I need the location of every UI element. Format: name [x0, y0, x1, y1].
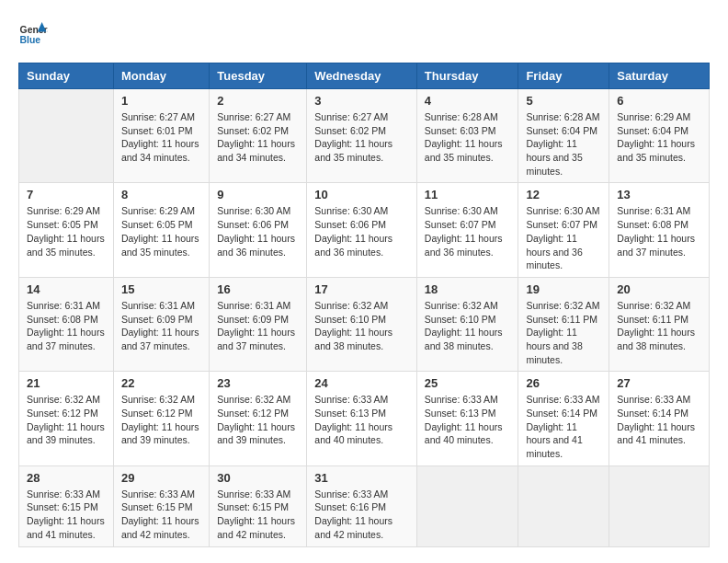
calendar-cell: 26 Sunrise: 6:33 AM Sunset: 6:14 PM Dayl…: [518, 372, 609, 465]
calendar-cell: [19, 89, 114, 183]
calendar-cell: 3 Sunrise: 6:27 AM Sunset: 6:02 PM Dayli…: [307, 89, 417, 183]
calendar-cell: 14 Sunrise: 6:31 AM Sunset: 6:08 PM Dayl…: [19, 277, 114, 371]
day-number: 19: [526, 282, 601, 296]
day-number: 20: [617, 282, 701, 296]
calendar-cell: 23 Sunrise: 6:32 AM Sunset: 6:12 PM Dayl…: [210, 372, 307, 465]
day-header-sunday: Sunday: [19, 63, 114, 89]
day-info: Sunrise: 6:32 AM Sunset: 6:12 PM Dayligh…: [121, 393, 201, 447]
svg-text:Blue: Blue: [20, 35, 41, 45]
day-info: Sunrise: 6:27 AM Sunset: 6:02 PM Dayligh…: [314, 110, 409, 165]
calendar-cell: 25 Sunrise: 6:33 AM Sunset: 6:13 PM Dayl…: [416, 372, 518, 465]
calendar-cell: 17 Sunrise: 6:32 AM Sunset: 6:10 PM Dayl…: [307, 277, 417, 371]
day-info: Sunrise: 6:33 AM Sunset: 6:14 PM Dayligh…: [617, 393, 701, 447]
day-number: 13: [617, 188, 701, 201]
week-row-1: 1 Sunrise: 6:27 AM Sunset: 6:01 PM Dayli…: [19, 89, 710, 183]
calendar-cell: 24 Sunrise: 6:33 AM Sunset: 6:13 PM Dayl…: [307, 372, 417, 465]
calendar-cell: 22 Sunrise: 6:32 AM Sunset: 6:12 PM Dayl…: [113, 372, 209, 465]
calendar-cell: 13 Sunrise: 6:31 AM Sunset: 6:08 PM Dayl…: [609, 183, 710, 277]
calendar-cell: 11 Sunrise: 6:30 AM Sunset: 6:07 PM Dayl…: [416, 183, 518, 277]
calendar-cell: 7 Sunrise: 6:29 AM Sunset: 6:05 PM Dayli…: [19, 183, 114, 277]
day-info: Sunrise: 6:33 AM Sunset: 6:14 PM Dayligh…: [526, 393, 601, 460]
day-info: Sunrise: 6:28 AM Sunset: 6:03 PM Dayligh…: [425, 110, 511, 165]
calendar-cell: [609, 465, 710, 546]
day-number: 21: [27, 376, 106, 390]
calendar-cell: 27 Sunrise: 6:33 AM Sunset: 6:14 PM Dayl…: [609, 372, 710, 465]
week-row-4: 21 Sunrise: 6:32 AM Sunset: 6:12 PM Dayl…: [19, 372, 710, 465]
calendar-cell: 10 Sunrise: 6:30 AM Sunset: 6:06 PM Dayl…: [307, 183, 417, 277]
day-number: 25: [425, 376, 511, 390]
calendar-cell: 30 Sunrise: 6:33 AM Sunset: 6:15 PM Dayl…: [210, 465, 307, 546]
day-info: Sunrise: 6:29 AM Sunset: 6:04 PM Dayligh…: [617, 110, 701, 165]
day-info: Sunrise: 6:31 AM Sunset: 6:08 PM Dayligh…: [27, 299, 106, 353]
logo-icon: General Blue: [18, 18, 48, 48]
day-info: Sunrise: 6:27 AM Sunset: 6:01 PM Dayligh…: [121, 110, 201, 165]
calendar-cell: 5 Sunrise: 6:28 AM Sunset: 6:04 PM Dayli…: [518, 89, 609, 183]
day-number: 27: [617, 376, 701, 390]
calendar-cell: 12 Sunrise: 6:30 AM Sunset: 6:07 PM Dayl…: [518, 183, 609, 277]
calendar-cell: [416, 465, 518, 546]
day-number: 18: [425, 282, 511, 296]
calendar-cell: 2 Sunrise: 6:27 AM Sunset: 6:02 PM Dayli…: [210, 89, 307, 183]
calendar-cell: 18 Sunrise: 6:32 AM Sunset: 6:10 PM Dayl…: [416, 277, 518, 371]
calendar-cell: 6 Sunrise: 6:29 AM Sunset: 6:04 PM Dayli…: [609, 89, 710, 183]
day-number: 5: [526, 94, 601, 108]
day-number: 3: [314, 94, 409, 108]
day-header-monday: Monday: [113, 63, 209, 89]
calendar-cell: 16 Sunrise: 6:31 AM Sunset: 6:09 PM Dayl…: [210, 277, 307, 371]
day-header-wednesday: Wednesday: [307, 63, 417, 89]
day-number: 4: [425, 94, 511, 108]
day-info: Sunrise: 6:33 AM Sunset: 6:15 PM Dayligh…: [121, 488, 201, 542]
day-info: Sunrise: 6:33 AM Sunset: 6:13 PM Dayligh…: [314, 393, 409, 447]
day-number: 23: [217, 376, 299, 390]
day-number: 22: [121, 376, 201, 390]
day-info: Sunrise: 6:32 AM Sunset: 6:10 PM Dayligh…: [425, 299, 511, 353]
day-info: Sunrise: 6:32 AM Sunset: 6:12 PM Dayligh…: [27, 393, 106, 447]
day-info: Sunrise: 6:33 AM Sunset: 6:13 PM Dayligh…: [425, 393, 511, 447]
day-info: Sunrise: 6:30 AM Sunset: 6:06 PM Dayligh…: [314, 204, 409, 259]
page-header: General Blue: [18, 18, 710, 48]
day-number: 31: [314, 471, 409, 485]
day-header-thursday: Thursday: [416, 63, 518, 89]
calendar-cell: 21 Sunrise: 6:32 AM Sunset: 6:12 PM Dayl…: [19, 372, 114, 465]
day-info: Sunrise: 6:33 AM Sunset: 6:15 PM Dayligh…: [217, 488, 299, 542]
day-info: Sunrise: 6:31 AM Sunset: 6:09 PM Dayligh…: [121, 299, 201, 353]
day-info: Sunrise: 6:33 AM Sunset: 6:16 PM Dayligh…: [314, 488, 409, 542]
day-number: 12: [526, 188, 601, 201]
day-number: 14: [27, 282, 106, 296]
week-row-2: 7 Sunrise: 6:29 AM Sunset: 6:05 PM Dayli…: [19, 183, 710, 277]
day-number: 17: [314, 282, 409, 296]
day-info: Sunrise: 6:27 AM Sunset: 6:02 PM Dayligh…: [217, 110, 299, 165]
day-number: 30: [217, 471, 299, 485]
day-info: Sunrise: 6:28 AM Sunset: 6:04 PM Dayligh…: [526, 110, 601, 178]
day-info: Sunrise: 6:30 AM Sunset: 6:07 PM Dayligh…: [526, 204, 601, 271]
day-info: Sunrise: 6:32 AM Sunset: 6:11 PM Dayligh…: [526, 299, 601, 366]
day-header-saturday: Saturday: [609, 63, 710, 89]
day-info: Sunrise: 6:32 AM Sunset: 6:12 PM Dayligh…: [217, 393, 299, 447]
logo: General Blue: [18, 18, 48, 48]
calendar-cell: 1 Sunrise: 6:27 AM Sunset: 6:01 PM Dayli…: [113, 89, 209, 183]
day-number: 28: [27, 471, 106, 485]
calendar-cell: 19 Sunrise: 6:32 AM Sunset: 6:11 PM Dayl…: [518, 277, 609, 371]
calendar-table: SundayMondayTuesdayWednesdayThursdayFrid…: [18, 63, 710, 547]
calendar-cell: 8 Sunrise: 6:29 AM Sunset: 6:05 PM Dayli…: [113, 183, 209, 277]
day-info: Sunrise: 6:31 AM Sunset: 6:09 PM Dayligh…: [217, 299, 299, 353]
calendar-cell: 28 Sunrise: 6:33 AM Sunset: 6:15 PM Dayl…: [19, 465, 114, 546]
day-number: 24: [314, 376, 409, 390]
day-number: 7: [27, 188, 106, 201]
day-number: 2: [217, 94, 299, 108]
calendar-header-row: SundayMondayTuesdayWednesdayThursdayFrid…: [19, 63, 710, 89]
calendar-cell: 9 Sunrise: 6:30 AM Sunset: 6:06 PM Dayli…: [210, 183, 307, 277]
day-header-friday: Friday: [518, 63, 609, 89]
day-info: Sunrise: 6:32 AM Sunset: 6:11 PM Dayligh…: [617, 299, 701, 353]
day-number: 16: [217, 282, 299, 296]
calendar-cell: [518, 465, 609, 546]
day-info: Sunrise: 6:31 AM Sunset: 6:08 PM Dayligh…: [617, 204, 701, 259]
day-info: Sunrise: 6:33 AM Sunset: 6:15 PM Dayligh…: [27, 488, 106, 542]
day-number: 9: [217, 188, 299, 201]
week-row-3: 14 Sunrise: 6:31 AM Sunset: 6:08 PM Dayl…: [19, 277, 710, 371]
calendar-cell: 4 Sunrise: 6:28 AM Sunset: 6:03 PM Dayli…: [416, 89, 518, 183]
calendar-cell: 20 Sunrise: 6:32 AM Sunset: 6:11 PM Dayl…: [609, 277, 710, 371]
day-info: Sunrise: 6:29 AM Sunset: 6:05 PM Dayligh…: [121, 204, 201, 259]
day-number: 8: [121, 188, 201, 201]
calendar-cell: 29 Sunrise: 6:33 AM Sunset: 6:15 PM Dayl…: [113, 465, 209, 546]
